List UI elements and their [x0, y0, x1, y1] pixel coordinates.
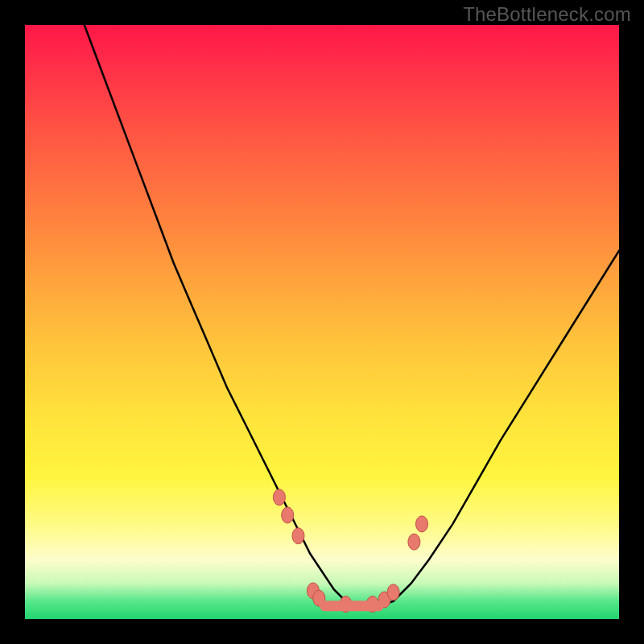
curve-marker [282, 507, 294, 523]
curve-marker [416, 516, 428, 532]
curve-markers [273, 489, 427, 613]
curve-marker [387, 584, 399, 601]
bottleneck-curve [85, 25, 619, 607]
plot-area [25, 25, 619, 619]
curve-marker [292, 528, 304, 544]
chart-frame: TheBottleneck.com [0, 0, 644, 644]
watermark-text: TheBottleneck.com [463, 3, 631, 26]
chart-svg [25, 25, 619, 619]
curve-marker [408, 534, 420, 550]
curve-marker [273, 489, 285, 506]
